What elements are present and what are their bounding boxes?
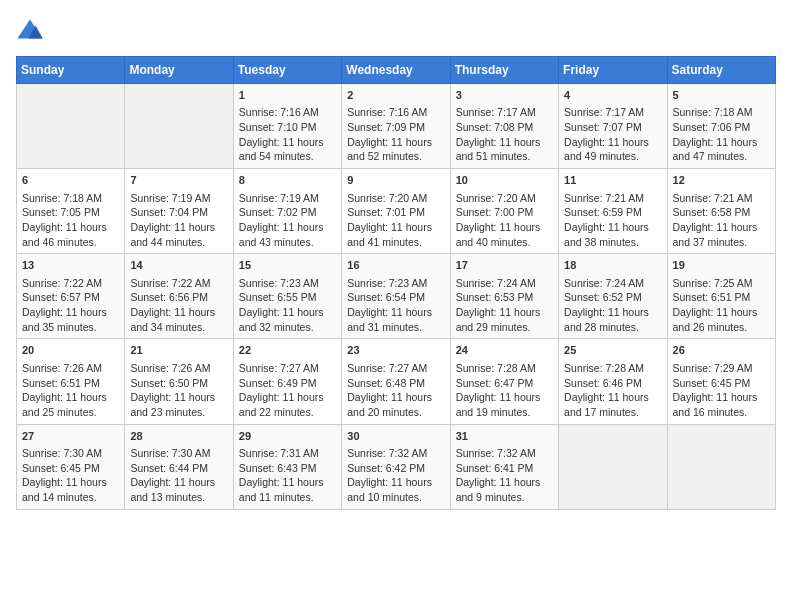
day-number: 17 [456, 258, 553, 273]
day-info: Sunrise: 7:30 AM [22, 446, 119, 461]
calendar-cell: 23Sunrise: 7:27 AMSunset: 6:48 PMDayligh… [342, 339, 450, 424]
day-info: Sunset: 7:05 PM [22, 205, 119, 220]
calendar-cell: 19Sunrise: 7:25 AMSunset: 6:51 PMDayligh… [667, 254, 775, 339]
day-info: Sunset: 7:06 PM [673, 120, 770, 135]
day-info: Daylight: 11 hours and 28 minutes. [564, 305, 661, 334]
calendar-cell [559, 424, 667, 509]
calendar-cell: 27Sunrise: 7:30 AMSunset: 6:45 PMDayligh… [17, 424, 125, 509]
day-info: Sunrise: 7:29 AM [673, 361, 770, 376]
day-info: Daylight: 11 hours and 23 minutes. [130, 390, 227, 419]
day-info: Sunset: 6:41 PM [456, 461, 553, 476]
day-info: Sunrise: 7:30 AM [130, 446, 227, 461]
day-info: Daylight: 11 hours and 54 minutes. [239, 135, 336, 164]
day-info: Sunrise: 7:20 AM [456, 191, 553, 206]
day-number: 29 [239, 429, 336, 444]
day-info: Sunrise: 7:18 AM [22, 191, 119, 206]
day-info: Daylight: 11 hours and 47 minutes. [673, 135, 770, 164]
day-number: 21 [130, 343, 227, 358]
day-info: Sunrise: 7:16 AM [239, 105, 336, 120]
day-number: 1 [239, 88, 336, 103]
calendar-cell: 17Sunrise: 7:24 AMSunset: 6:53 PMDayligh… [450, 254, 558, 339]
day-info: Daylight: 11 hours and 17 minutes. [564, 390, 661, 419]
day-number: 13 [22, 258, 119, 273]
day-info: Daylight: 11 hours and 26 minutes. [673, 305, 770, 334]
day-info: Sunrise: 7:26 AM [22, 361, 119, 376]
day-info: Daylight: 11 hours and 10 minutes. [347, 475, 444, 504]
day-info: Daylight: 11 hours and 38 minutes. [564, 220, 661, 249]
day-info: Sunrise: 7:27 AM [239, 361, 336, 376]
day-header-monday: Monday [125, 57, 233, 84]
day-info: Sunset: 7:09 PM [347, 120, 444, 135]
calendar-cell: 26Sunrise: 7:29 AMSunset: 6:45 PMDayligh… [667, 339, 775, 424]
day-number: 7 [130, 173, 227, 188]
page-header [16, 16, 776, 44]
day-info: Daylight: 11 hours and 25 minutes. [22, 390, 119, 419]
day-info: Sunrise: 7:21 AM [564, 191, 661, 206]
calendar-cell: 24Sunrise: 7:28 AMSunset: 6:47 PMDayligh… [450, 339, 558, 424]
day-info: Sunrise: 7:26 AM [130, 361, 227, 376]
day-info: Daylight: 11 hours and 49 minutes. [564, 135, 661, 164]
day-info: Daylight: 11 hours and 19 minutes. [456, 390, 553, 419]
day-info: Sunrise: 7:25 AM [673, 276, 770, 291]
day-info: Sunset: 7:04 PM [130, 205, 227, 220]
day-number: 3 [456, 88, 553, 103]
day-header-tuesday: Tuesday [233, 57, 341, 84]
day-info: Daylight: 11 hours and 11 minutes. [239, 475, 336, 504]
day-info: Sunset: 6:47 PM [456, 376, 553, 391]
day-info: Daylight: 11 hours and 31 minutes. [347, 305, 444, 334]
calendar-cell: 22Sunrise: 7:27 AMSunset: 6:49 PMDayligh… [233, 339, 341, 424]
calendar-cell [17, 84, 125, 169]
day-header-wednesday: Wednesday [342, 57, 450, 84]
day-info: Sunrise: 7:23 AM [239, 276, 336, 291]
calendar-table: SundayMondayTuesdayWednesdayThursdayFrid… [16, 56, 776, 510]
day-number: 9 [347, 173, 444, 188]
calendar-cell: 1Sunrise: 7:16 AMSunset: 7:10 PMDaylight… [233, 84, 341, 169]
calendar-cell: 18Sunrise: 7:24 AMSunset: 6:52 PMDayligh… [559, 254, 667, 339]
day-info: Sunrise: 7:17 AM [456, 105, 553, 120]
day-number: 26 [673, 343, 770, 358]
day-header-friday: Friday [559, 57, 667, 84]
day-info: Sunrise: 7:22 AM [130, 276, 227, 291]
calendar-week-4: 20Sunrise: 7:26 AMSunset: 6:51 PMDayligh… [17, 339, 776, 424]
calendar-cell: 5Sunrise: 7:18 AMSunset: 7:06 PMDaylight… [667, 84, 775, 169]
day-header-thursday: Thursday [450, 57, 558, 84]
day-info: Sunset: 6:50 PM [130, 376, 227, 391]
day-info: Sunset: 6:43 PM [239, 461, 336, 476]
day-info: Daylight: 11 hours and 29 minutes. [456, 305, 553, 334]
day-info: Daylight: 11 hours and 34 minutes. [130, 305, 227, 334]
day-info: Sunrise: 7:32 AM [347, 446, 444, 461]
day-number: 19 [673, 258, 770, 273]
day-info: Sunset: 6:46 PM [564, 376, 661, 391]
calendar-cell: 20Sunrise: 7:26 AMSunset: 6:51 PMDayligh… [17, 339, 125, 424]
calendar-cell: 11Sunrise: 7:21 AMSunset: 6:59 PMDayligh… [559, 169, 667, 254]
day-number: 5 [673, 88, 770, 103]
day-number: 25 [564, 343, 661, 358]
day-info: Sunrise: 7:18 AM [673, 105, 770, 120]
calendar-cell: 21Sunrise: 7:26 AMSunset: 6:50 PMDayligh… [125, 339, 233, 424]
calendar-cell: 8Sunrise: 7:19 AMSunset: 7:02 PMDaylight… [233, 169, 341, 254]
day-info: Daylight: 11 hours and 14 minutes. [22, 475, 119, 504]
calendar-cell [125, 84, 233, 169]
day-number: 31 [456, 429, 553, 444]
day-info: Sunrise: 7:28 AM [456, 361, 553, 376]
day-number: 4 [564, 88, 661, 103]
calendar-cell: 7Sunrise: 7:19 AMSunset: 7:04 PMDaylight… [125, 169, 233, 254]
day-info: Daylight: 11 hours and 51 minutes. [456, 135, 553, 164]
calendar-week-3: 13Sunrise: 7:22 AMSunset: 6:57 PMDayligh… [17, 254, 776, 339]
logo [16, 16, 48, 44]
day-info: Sunrise: 7:19 AM [239, 191, 336, 206]
day-info: Sunset: 6:53 PM [456, 290, 553, 305]
day-info: Daylight: 11 hours and 37 minutes. [673, 220, 770, 249]
day-info: Sunset: 6:45 PM [22, 461, 119, 476]
day-header-sunday: Sunday [17, 57, 125, 84]
calendar-cell: 3Sunrise: 7:17 AMSunset: 7:08 PMDaylight… [450, 84, 558, 169]
day-info: Daylight: 11 hours and 52 minutes. [347, 135, 444, 164]
day-info: Sunset: 6:52 PM [564, 290, 661, 305]
day-number: 16 [347, 258, 444, 273]
day-info: Daylight: 11 hours and 44 minutes. [130, 220, 227, 249]
day-info: Sunset: 6:49 PM [239, 376, 336, 391]
day-info: Sunset: 7:07 PM [564, 120, 661, 135]
day-info: Sunset: 6:48 PM [347, 376, 444, 391]
day-info: Daylight: 11 hours and 46 minutes. [22, 220, 119, 249]
day-info: Sunset: 6:44 PM [130, 461, 227, 476]
